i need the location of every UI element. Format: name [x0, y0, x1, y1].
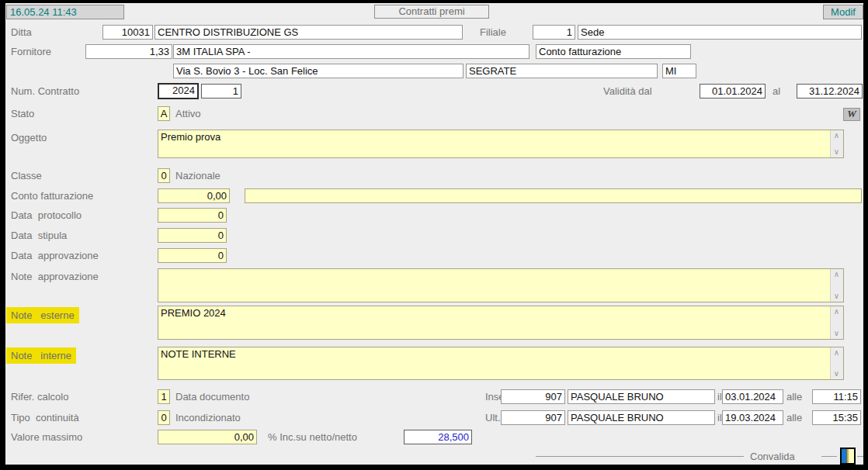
page-title: Contratti premi — [374, 5, 489, 19]
ultima-modifica-il-label: il — [717, 412, 722, 424]
ditta-label: Ditta — [11, 26, 32, 39]
classe-desc: Nazionale — [175, 170, 220, 182]
data-protocollo-field[interactable]: 0 — [158, 208, 227, 223]
note-approvazione-textarea[interactable]: ∧ ∨ — [158, 268, 844, 302]
fornitore-city-field: SEGRATE — [466, 64, 658, 78]
app-window: 16.05.24 11:43 Contratti premi Modif Dit… — [0, 0, 868, 470]
contratto-numero-field[interactable]: 1 — [201, 84, 241, 98]
inserimento-user-name-field: PASQUALE BRUNO — [568, 389, 715, 404]
tipo-continuita-desc: Incondizionato — [175, 412, 241, 424]
note-interne-textarea[interactable]: NOTE INTERNE ∧ ∨ — [158, 347, 844, 380]
scroll-down-icon[interactable]: ∨ — [831, 330, 842, 337]
scroll-up-icon[interactable]: ∧ — [831, 308, 842, 316]
ultima-modifica-user-code-field: 907 — [501, 410, 565, 425]
data-stipula-label: Data stipula — [11, 230, 67, 242]
valore-massimo-label: Valore massimo — [11, 431, 82, 444]
oggetto-text: Premio prova — [161, 131, 829, 143]
tipo-continuita-label: Tipo continuità — [11, 412, 79, 424]
note-interne-scrollbar[interactable]: ∧ ∨ — [830, 347, 843, 379]
validita-dal-field[interactable]: 01.01.2024 — [700, 84, 766, 98]
scroll-up-icon[interactable]: ∧ — [831, 132, 842, 140]
scroll-down-icon[interactable]: ∨ — [831, 148, 842, 156]
rifer-calcolo-desc: Data documento — [175, 391, 249, 403]
conto-fatturazione-box: Conto fatturazione — [536, 44, 691, 59]
inserimento-date-field: 03.01.2024 — [722, 389, 783, 404]
note-interne-text: NOTE INTERNE — [161, 348, 829, 361]
fornitore-label: Fornitore — [11, 46, 51, 58]
data-stipula-field[interactable]: 0 — [158, 228, 227, 243]
inserimento-time-field: 11:15 — [812, 389, 861, 404]
note-esterne-scrollbar[interactable]: ∧ ∨ — [830, 306, 843, 339]
filiale-code-field[interactable]: 1 — [533, 25, 575, 40]
note-interne-label: Note interne — [6, 347, 76, 364]
validita-al-label: al — [773, 85, 780, 98]
oggetto-label: Oggetto — [11, 132, 47, 144]
divider-line — [536, 456, 744, 457]
inserimento-il-label: il — [717, 391, 722, 403]
perc-inc-netto-field: 28,500 — [404, 430, 472, 444]
convalida-label: Convalida — [750, 451, 795, 463]
note-esterne-label: Note esterne — [6, 307, 79, 323]
fornitore-province-field: MI — [662, 64, 696, 78]
modif-button[interactable]: Modif — [823, 5, 863, 19]
conto-fatturazione-extra-field[interactable] — [245, 188, 862, 203]
valore-massimo-field[interactable]: 0,00 — [158, 430, 257, 444]
scroll-down-icon[interactable]: ∨ — [831, 292, 842, 300]
flag-blue-bar — [842, 449, 847, 463]
word-icon[interactable]: W — [843, 108, 860, 121]
note-approvazione-scrollbar[interactable]: ∧ ∨ — [830, 269, 843, 302]
filiale-label: Filiale — [480, 26, 506, 39]
note-esterne-text: PREMIO 2024 — [161, 307, 829, 320]
validita-dal-label: Validità dal — [603, 85, 652, 98]
conto-fatturazione-value-field[interactable]: 0,00 — [158, 188, 230, 203]
rifer-calcolo-code-field[interactable]: 1 — [158, 389, 170, 404]
convalida-flag-icon[interactable] — [840, 448, 856, 465]
fornitore-street-field: Via S. Bovio 3 - Loc. San Felice — [173, 64, 464, 78]
data-approvazione-field[interactable]: 0 — [158, 248, 227, 263]
filiale-name-field: Sede — [578, 25, 862, 40]
classe-code-field[interactable]: 0 — [158, 168, 170, 183]
ultima-modifica-date-field: 19.03.2024 — [722, 410, 783, 425]
ultima-modifica-alle-label: alle — [786, 412, 802, 424]
divider-line — [857, 456, 863, 457]
stato-code-field[interactable]: A — [158, 106, 170, 121]
scroll-up-icon[interactable]: ∧ — [831, 349, 842, 357]
ditta-code-field[interactable]: 10031 — [102, 25, 153, 40]
validita-al-field[interactable]: 31.12.2024 — [797, 84, 863, 98]
perc-inc-netto-label: % Inc.su netto/netto — [268, 431, 357, 444]
stato-desc: Attivo — [175, 108, 201, 120]
ditta-name-field: CENTRO DISTRIBUZIONE GS — [155, 25, 463, 40]
inserimento-alle-label: alle — [786, 391, 802, 403]
flag-yellow-area — [849, 449, 854, 463]
data-approvazione-label: Data approvazione — [11, 250, 99, 262]
tipo-continuita-code-field[interactable]: 0 — [158, 410, 170, 425]
ultima-modifica-time-field: 15:35 — [812, 410, 861, 425]
datetime-button[interactable]: 16.05.24 11:43 — [6, 5, 124, 19]
divider-line — [821, 456, 837, 457]
note-esterne-textarea[interactable]: PREMIO 2024 ∧ ∨ — [158, 306, 844, 340]
contratto-anno-field[interactable]: 2024 — [158, 83, 199, 99]
conto-fatturazione-label: Conto fatturazione — [11, 190, 93, 202]
oggetto-scrollbar[interactable]: ∧ ∨ — [830, 130, 843, 157]
inserimento-user-code-field: 907 — [501, 389, 565, 404]
scroll-down-icon[interactable]: ∨ — [831, 370, 842, 378]
fornitore-name-field: 3M ITALIA SPA - — [173, 44, 529, 59]
ultima-modifica-user-name-field: PASQUALE BRUNO — [568, 410, 715, 425]
scroll-up-icon[interactable]: ∧ — [831, 271, 842, 278]
note-approvazione-label: Note approvazione — [11, 271, 99, 283]
oggetto-textarea[interactable]: Premio prova ∧ ∨ — [158, 130, 844, 158]
stato-label: Stato — [11, 108, 34, 120]
classe-label: Classe — [11, 170, 42, 182]
fornitore-code-field[interactable]: 1,33 — [85, 44, 172, 59]
rifer-calcolo-label: Rifer. calcolo — [11, 391, 68, 403]
num-contratto-label: Num. Contratto — [11, 85, 79, 98]
data-protocollo-label: Data protocollo — [11, 209, 82, 222]
